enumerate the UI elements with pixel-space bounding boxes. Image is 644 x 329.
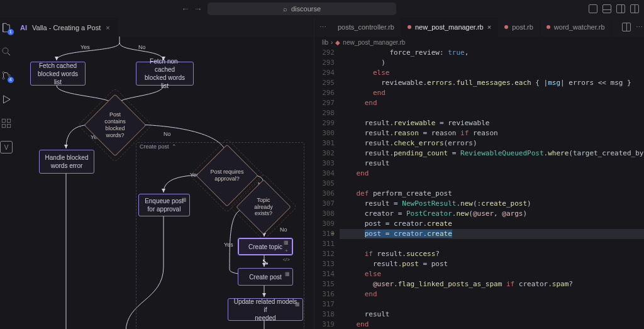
svg-point-0 — [3, 48, 8, 53]
node-fetch-cached[interactable]: Fetch cached blocked words list — [30, 62, 86, 86]
flow-tabs: AI Valla - Creating a Post × — [13, 18, 314, 36]
decision-topic-exists[interactable]: Topic already exists? — [244, 187, 283, 226]
code-content[interactable]: force_review: true, ) else reviewable.er… — [340, 48, 644, 329]
gutter: 2922932942952962972982993003013023033043… — [314, 48, 340, 329]
explorer-badge: 1 — [8, 29, 14, 35]
dirty-dot-icon — [547, 25, 550, 29]
search-activity-icon[interactable] — [0, 45, 13, 58]
valla-icon[interactable]: V — [0, 141, 13, 153]
code-editor[interactable]: 2922932942952962972982993003013023033043… — [314, 48, 644, 329]
node-code-icon[interactable]: </> — [282, 257, 290, 263]
split-editor-icon[interactable] — [622, 23, 631, 31]
tab-label: word_watcher.rb — [554, 23, 605, 31]
svg-rect-6 — [2, 125, 5, 128]
node-update-related[interactable]: Update related models if needed ▦ — [228, 298, 303, 321]
flow-tab-title: Valla - Creating a Post — [32, 24, 101, 31]
nav-forward-icon[interactable]: → — [194, 4, 203, 14]
svg-point-2 — [3, 77, 4, 79]
dirty-dot-icon — [504, 25, 508, 29]
node-add-icon[interactable]: + — [282, 248, 290, 254]
node-menu-icon[interactable]: ▦ — [182, 197, 187, 203]
flow-tab-creating-post[interactable]: AI Valla - Creating a Post × — [13, 18, 118, 36]
tab-label: new_post_manager.rb — [415, 23, 484, 31]
flow-panel: AI Valla - Creating a Post × — [13, 18, 314, 329]
tab-label: post.rb — [512, 23, 533, 31]
tab-new-post-manager[interactable]: new_post_manager.rb × — [401, 18, 498, 36]
edge-label-yes: Yes — [80, 44, 90, 50]
node-menu-icon[interactable]: ▦ — [285, 271, 290, 277]
cursor-icon: ⤡ — [262, 257, 269, 267]
toggle-panel-icon[interactable] — [602, 4, 611, 13]
tab-post-rb[interactable]: post.rb — [498, 18, 540, 36]
flow-tab-prefix: AI — [20, 24, 27, 31]
command-center-search[interactable]: ⌕ discourse — [208, 3, 396, 15]
tab-word-watcher[interactable]: word_watcher.rb — [540, 18, 612, 36]
run-debug-icon[interactable] — [0, 93, 13, 106]
customize-layout-icon[interactable] — [630, 4, 639, 13]
node-enqueue[interactable]: Enqueue post for approval ▦ — [138, 194, 190, 216]
search-icon: ⌕ — [283, 5, 287, 13]
decision-requires-approval[interactable]: Post requires approval? — [205, 153, 249, 198]
edge-label-no: No — [138, 44, 146, 50]
svg-rect-4 — [2, 119, 5, 122]
flow-canvas[interactable]: Yes No Yes No Yes No No Yes Fetch cached… — [13, 36, 314, 329]
ruby-file-icon: ◆ — [335, 39, 340, 46]
title-bar: ← → ⌕ discourse — [0, 0, 644, 18]
tab-close-icon[interactable]: × — [487, 23, 491, 31]
flow-tab-close-icon[interactable]: × — [106, 24, 109, 31]
breadcrumb[interactable]: lib › ◆ new_post_manager.rb — [314, 36, 644, 48]
extensions-icon[interactable] — [0, 117, 13, 130]
node-fetch-noncached[interactable]: Fetch non-cached blocked words list — [136, 62, 194, 86]
node-menu-icon[interactable]: ▦ — [295, 301, 300, 308]
svg-rect-7 — [8, 125, 11, 128]
explorer-icon[interactable]: 1 — [0, 21, 13, 34]
editor-panel: ⋯ posts_controller.rb new_post_manager.r… — [314, 18, 644, 329]
edge-label-no: No — [164, 131, 171, 137]
search-placeholder: discourse — [291, 5, 321, 13]
layout-controls — [589, 4, 639, 13]
decision-contains-blocked[interactable]: Post contains blocked words? — [93, 103, 137, 147]
activity-bar: 1 4 V — [0, 18, 13, 329]
node-create-post[interactable]: Create post ▦ — [238, 268, 293, 286]
dirty-dot-icon — [408, 25, 411, 29]
node-create-topic[interactable]: Create topic ▦ + </> — [238, 238, 293, 255]
toggle-primary-sidebar-icon[interactable] — [589, 4, 597, 13]
node-handle-error[interactable]: Handle blocked words error — [39, 150, 94, 174]
tab-posts-controller[interactable]: posts_controller.rb — [331, 18, 401, 36]
tab-overflow-icon[interactable]: ⋯ — [314, 23, 331, 31]
tab-label: posts_controller.rb — [338, 23, 394, 31]
chevron-right-icon: › — [331, 39, 333, 46]
chevron-up-icon: ⌃ — [172, 143, 177, 150]
svg-rect-5 — [8, 119, 11, 122]
svg-marker-11 — [64, 145, 68, 148]
svg-marker-8 — [55, 57, 58, 60]
scm-icon[interactable]: 4 — [0, 69, 13, 82]
nav-back-icon[interactable]: ← — [181, 4, 190, 14]
node-menu-icon[interactable]: ▦ — [282, 240, 290, 246]
editor-more-icon[interactable]: ⋯ — [636, 23, 643, 31]
toggle-secondary-sidebar-icon[interactable] — [616, 4, 625, 13]
editor-tabs: ⋯ posts_controller.rb new_post_manager.r… — [314, 18, 644, 36]
svg-point-1 — [3, 72, 4, 74]
group-title[interactable]: Create post ⌃ — [140, 143, 177, 150]
